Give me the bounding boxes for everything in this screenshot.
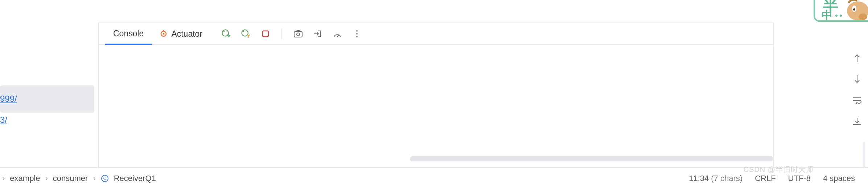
svg-point-1 — [163, 33, 164, 35]
breadcrumbs[interactable]: › example › consumer › C ReceiverQ1 — [0, 174, 156, 183]
svg-text:C: C — [103, 176, 106, 181]
toolwindow-tabbar: Console Actuator — [99, 23, 773, 45]
svg-point-14 — [859, 13, 867, 20]
class-icon: C — [101, 174, 109, 182]
rerun-button[interactable] — [221, 28, 232, 40]
screenshot-button[interactable] — [292, 28, 304, 40]
corner-badge: 半 中 — [814, 0, 868, 22]
svg-point-13 — [853, 8, 855, 11]
toolbar-separator — [281, 29, 282, 39]
console-toolbar — [210, 28, 363, 40]
chevron-right-icon: › — [93, 174, 95, 183]
stop-button[interactable] — [260, 28, 271, 40]
scroll-up-icon[interactable] — [850, 51, 864, 65]
line-separator[interactable]: CRLF — [755, 174, 776, 183]
actuator-icon — [160, 30, 168, 38]
rerun-failed-button[interactable] — [240, 28, 252, 40]
svg-point-4 — [297, 33, 300, 36]
file-encoding[interactable]: UTF-8 — [788, 174, 811, 183]
tab-console-label: Console — [113, 29, 144, 39]
sidebar-link-2[interactable]: 3/ — [0, 115, 7, 125]
soft-wrap-icon[interactable] — [850, 93, 864, 108]
project-tree-sliver: 999/ 3/ — [0, 0, 98, 189]
svg-point-8 — [356, 36, 358, 37]
tab-console[interactable]: Console — [105, 23, 152, 45]
indent-settings[interactable]: 4 spaces — [823, 174, 855, 183]
svg-point-6 — [356, 30, 358, 32]
caret-position[interactable]: 11:34 (7 chars) — [689, 174, 742, 183]
console-output[interactable]: ntContainer#2-1] com.example.consumer.Re… — [99, 45, 773, 164]
badge-char-2: 中 — [822, 8, 832, 22]
scroll-down-icon[interactable] — [850, 72, 864, 87]
profiler-button[interactable] — [332, 28, 343, 40]
svg-rect-3 — [294, 32, 302, 37]
svg-point-7 — [356, 33, 358, 35]
status-bar: › example › consumer › C ReceiverQ1 11:3… — [0, 167, 868, 189]
svg-rect-2 — [263, 31, 268, 37]
breadcrumb-item[interactable]: consumer — [53, 174, 88, 183]
chevron-right-icon: › — [2, 174, 5, 183]
more-button[interactable] — [351, 28, 363, 40]
horizontal-scrollbar[interactable] — [410, 156, 773, 161]
scroll-to-end-icon[interactable] — [850, 114, 864, 129]
run-tool-window: Console Actuator — [98, 23, 774, 167]
exit-button[interactable] — [312, 28, 324, 40]
chevron-right-icon: › — [45, 174, 48, 183]
log-row: ntContainer#2-1] com.example.consumer.Re… — [99, 92, 773, 97]
console-gutter — [846, 51, 868, 167]
breadcrumb-item[interactable]: ReceiverQ1 — [114, 174, 156, 183]
tab-actuator-label: Actuator — [171, 29, 202, 39]
breadcrumb-item[interactable]: example — [10, 174, 40, 183]
sidebar-link-1[interactable]: 999/ — [0, 94, 17, 104]
tab-actuator[interactable]: Actuator — [152, 23, 210, 45]
svg-point-5 — [337, 36, 338, 37]
mascot-icon — [841, 0, 868, 22]
